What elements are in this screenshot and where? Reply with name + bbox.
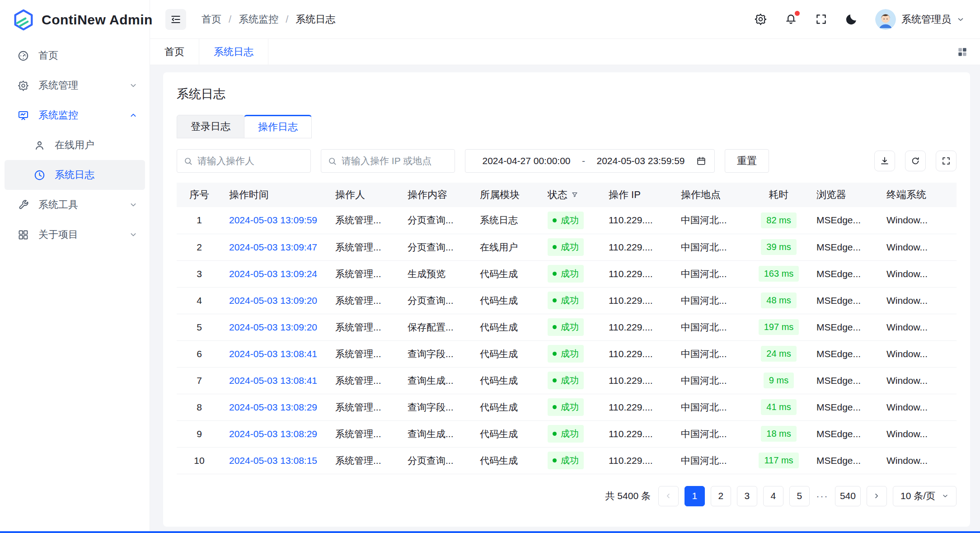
app-title: ContiNew Admin xyxy=(42,12,153,28)
sidebar-item-system-management[interactable]: 系统管理 xyxy=(0,71,150,100)
row-index: 10 xyxy=(194,455,204,466)
column-header-label: 操作人 xyxy=(335,188,365,202)
operation-time-link[interactable]: 2024-05-03 13:08:29 xyxy=(229,402,317,412)
column-header-label: 序号 xyxy=(189,188,209,202)
column-header: 终端系统 xyxy=(879,183,957,207)
log-table: 序号操作时间操作人操作内容所属模块状态操作 IP操作地点耗时浏览器终端系统 12… xyxy=(177,183,957,474)
sidebar-item-system-monitor[interactable]: 系统监控 xyxy=(0,100,150,130)
pagination-page-2[interactable]: 2 xyxy=(711,486,731,506)
column-header-label: 终端系统 xyxy=(886,188,926,202)
status-dot-icon xyxy=(553,405,557,409)
tab-system-log[interactable]: 系统日志 xyxy=(199,39,268,65)
operator-cell: 系统管理... xyxy=(335,429,381,439)
topbar-actions: 系统管理员 xyxy=(754,9,965,30)
refresh-icon[interactable] xyxy=(905,151,926,171)
sidebar-item-home[interactable]: 首页 xyxy=(0,41,150,71)
content-area: 系统日志 登录日志 操作日志 2024-04-27 00:00:00 - 202… xyxy=(150,65,980,533)
menu-fold-icon[interactable] xyxy=(165,9,186,30)
row-index: 4 xyxy=(197,295,202,306)
apps-grid-icon[interactable] xyxy=(957,46,968,58)
os-cell: Window... xyxy=(886,295,928,306)
status-dot-icon xyxy=(553,432,557,436)
status-dot-icon xyxy=(553,458,557,462)
table-row: 72024-05-03 13:08:41系统管理...查询生成...代码生成成功… xyxy=(177,367,957,394)
status-badge: 成功 xyxy=(548,265,584,283)
status-badge: 成功 xyxy=(548,212,584,229)
dark-mode-moon-icon[interactable] xyxy=(845,13,858,26)
breadcrumb-item[interactable]: 首页 xyxy=(202,13,221,26)
pagination-next-icon[interactable] xyxy=(867,486,887,506)
date-range-end: 2024-05-03 23:59:59 xyxy=(588,156,694,166)
operation-time-link[interactable]: 2024-05-03 13:08:29 xyxy=(229,429,317,439)
tab-login-log[interactable]: 登录日志 xyxy=(177,115,244,138)
operation-time-link[interactable]: 2024-05-03 13:09:24 xyxy=(229,269,317,279)
pagination-page-540[interactable]: 540 xyxy=(835,486,861,506)
breadcrumb-item[interactable]: 系统监控 xyxy=(239,13,278,26)
log-type-tabs: 登录日志 操作日志 xyxy=(177,115,957,138)
row-index: 3 xyxy=(197,269,202,279)
pagination-page-4[interactable]: 4 xyxy=(763,486,783,506)
browser-cell: MSEdge... xyxy=(816,402,861,412)
expand-fullscreen-icon[interactable] xyxy=(936,151,957,171)
table-row: 12024-05-03 13:09:59系统管理...分页查询...系统日志成功… xyxy=(177,207,957,234)
user-menu[interactable]: 系统管理员 xyxy=(875,9,965,30)
filter-icon[interactable] xyxy=(571,191,578,198)
module-cell: 代码生成 xyxy=(480,455,518,466)
browser-cell: MSEdge... xyxy=(816,215,861,225)
ip-cell: 110.229.... xyxy=(609,269,653,279)
page-size-select[interactable]: 10 条/页 xyxy=(893,486,957,506)
operation-time-link[interactable]: 2024-05-03 13:08:41 xyxy=(229,375,317,386)
reset-button[interactable]: 重置 xyxy=(725,149,769,173)
operation-time-link[interactable]: 2024-05-03 13:08:15 xyxy=(229,455,317,466)
pagination-page-5[interactable]: 5 xyxy=(789,486,810,506)
page-title: 系统日志 xyxy=(177,86,957,102)
notification-bell-icon[interactable] xyxy=(784,13,797,26)
column-header-label: 所属模块 xyxy=(480,188,520,202)
app-logo[interactable]: ContiNew Admin xyxy=(0,0,150,40)
bottom-progress-bar xyxy=(0,531,980,533)
module-cell: 在线用户 xyxy=(480,242,518,252)
avatar xyxy=(875,9,896,30)
operation-content-cell: 查询字段... xyxy=(408,402,454,412)
column-header-label: 耗时 xyxy=(769,188,789,202)
tab-home[interactable]: 首页 xyxy=(150,39,199,65)
search-icon xyxy=(328,156,337,166)
operation-time-link[interactable]: 2024-05-03 13:09:20 xyxy=(229,322,317,332)
download-icon[interactable] xyxy=(874,151,895,171)
pagination-ellipsis[interactable]: ··· xyxy=(816,491,829,501)
pagination-page-1[interactable]: 1 xyxy=(685,486,705,506)
location-cell: 中国河北... xyxy=(681,349,727,359)
settings-gear-icon[interactable] xyxy=(754,13,767,26)
operation-time-link[interactable]: 2024-05-03 13:09:59 xyxy=(229,215,317,225)
operator-cell: 系统管理... xyxy=(335,269,381,279)
tab-operation-log[interactable]: 操作日志 xyxy=(244,115,312,138)
system-log-card: 系统日志 登录日志 操作日志 2024-04-27 00:00:00 - 202… xyxy=(163,72,970,527)
ip-cell: 110.229.... xyxy=(609,375,653,386)
column-header: 操作时间 xyxy=(222,183,328,207)
ip-search-input[interactable] xyxy=(342,156,448,166)
fullscreen-icon[interactable] xyxy=(815,13,828,26)
sidebar-item-online-users[interactable]: 在线用户 xyxy=(0,130,150,160)
operation-content-cell: 查询字段... xyxy=(408,349,454,359)
location-cell: 中国河北... xyxy=(681,429,727,439)
operation-time-link[interactable]: 2024-05-03 13:08:41 xyxy=(229,349,317,359)
browser-cell: MSEdge... xyxy=(816,455,861,466)
column-header: 操作地点 xyxy=(674,183,748,207)
operator-search-input[interactable] xyxy=(197,156,304,166)
status-badge: 成功 xyxy=(548,345,584,363)
operation-time-link[interactable]: 2024-05-03 13:09:20 xyxy=(229,295,317,306)
location-cell: 中国河北... xyxy=(681,269,727,279)
status-badge: 成功 xyxy=(548,238,584,256)
row-index: 2 xyxy=(197,242,202,252)
sidebar-item-system-log[interactable]: 系统日志 xyxy=(5,160,145,190)
date-range-picker[interactable]: 2024-04-27 00:00:00 - 2024-05-03 23:59:5… xyxy=(465,149,715,173)
pagination-prev-icon[interactable] xyxy=(658,486,679,506)
breadcrumb-item[interactable]: 系统日志 xyxy=(295,13,335,26)
browser-cell: MSEdge... xyxy=(816,429,861,439)
operation-content-cell: 分页查询... xyxy=(408,215,454,225)
sidebar-item-system-tools[interactable]: 系统工具 xyxy=(0,190,150,220)
operation-time-link[interactable]: 2024-05-03 13:09:47 xyxy=(229,242,317,252)
sidebar-item-about-project[interactable]: 关于项目 xyxy=(0,220,150,250)
pagination-page-3[interactable]: 3 xyxy=(737,486,757,506)
calendar-icon xyxy=(696,156,706,166)
